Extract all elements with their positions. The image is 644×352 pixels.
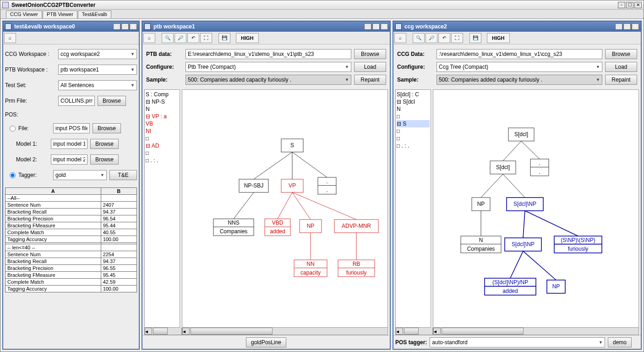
high-button[interactable]: HIGH: [236, 33, 259, 43]
fit-icon[interactable]: ⛶: [200, 33, 212, 43]
svg-text:VP: VP: [289, 182, 296, 189]
ptb-canvas[interactable]: SNP-SBJVP..NNSCompaniesVBDaddedNPADVP-MN…: [182, 89, 388, 328]
prm-browse-button[interactable]: Browse: [98, 96, 126, 106]
ccg-canvas[interactable]: S[dcl]S[dcl]..NPS[dcl]\NPNCompaniesS[dcl…: [433, 89, 639, 328]
tree-outline-item[interactable]: □ . : .: [397, 142, 430, 149]
tree-outline-item[interactable]: □: [397, 113, 430, 120]
ccg-conf-select[interactable]: Ccg Tree (Compact)▼: [437, 62, 602, 72]
svg-line-40: [521, 141, 540, 159]
tree-outline-item[interactable]: ⊟ S: [397, 120, 430, 127]
save-icon[interactable]: 💾: [218, 33, 230, 43]
close-icon[interactable]: ✕: [634, 2, 642, 8]
panel-iconify-icon[interactable]: ▫: [113, 23, 120, 30]
panel-close-icon[interactable]: ✕: [130, 23, 137, 30]
ptb-load-button[interactable]: Load: [354, 62, 386, 72]
ccg-data-label: CCG Data:: [397, 51, 434, 57]
undo-icon[interactable]: ↶: [438, 33, 450, 43]
ptb-repaint-button[interactable]: Repaint: [354, 75, 386, 85]
table-cell: Bracketing Recall: [5, 258, 101, 265]
save-icon[interactable]: 💾: [469, 33, 481, 43]
ptb-ws-select[interactable]: ptb workspace1▼: [58, 65, 137, 75]
tree-outline-item[interactable]: ⊟ AD: [146, 142, 179, 149]
tree-outline-item[interactable]: NI: [146, 127, 179, 135]
maximize-icon[interactable]: ☐: [626, 2, 633, 8]
ptb-browse-button[interactable]: Browse: [354, 49, 386, 59]
model2-browse-button[interactable]: Browse: [90, 154, 119, 165]
prm-input[interactable]: [58, 96, 95, 106]
model2-input[interactable]: [51, 154, 87, 165]
ccg-repaint-button[interactable]: Repaint: [605, 75, 637, 85]
pos-file-radio[interactable]: [10, 126, 16, 132]
table-cell: Tagging Accuracy: [5, 286, 101, 292]
table-cell: Sentence Num: [5, 251, 101, 258]
svg-text:.: .: [539, 169, 540, 175]
tab-ptb-viewer[interactable]: PTB Viewer: [43, 11, 77, 18]
tagger-select[interactable]: gold▼: [53, 170, 107, 180]
iconify-icon[interactable]: ▫: [364, 23, 371, 30]
ccg-load-button[interactable]: Load: [605, 62, 637, 72]
scrollbar[interactable]: ◂: [433, 328, 639, 335]
model1-input[interactable]: [51, 139, 87, 149]
ccg-tree-outline[interactable]: S[dcl] : C⊟ S[dcl N □⊟ S □ □□ . : .: [395, 89, 431, 328]
max-icon[interactable]: ☐: [623, 23, 631, 30]
goldposline-button[interactable]: goldPosLine: [246, 337, 286, 347]
tree-outline-item[interactable]: □: [146, 149, 179, 157]
tree-outline-item[interactable]: S[dcl] : C: [397, 91, 430, 98]
undo-icon[interactable]: ↶: [187, 33, 199, 43]
home-icon[interactable]: ⌂: [4, 33, 16, 43]
tab-test-evalb[interactable]: Test&Evalb: [78, 11, 111, 18]
tree-outline-item[interactable]: ⊟ S[dcl: [397, 98, 430, 105]
ccg-browse-button[interactable]: Browse: [605, 49, 637, 59]
home-icon[interactable]: ⌂: [394, 33, 406, 43]
close-icon[interactable]: ✕: [381, 23, 388, 30]
zoom-out-icon[interactable]: 🔎: [426, 33, 437, 43]
zoom-in-icon[interactable]: 🔍: [413, 33, 425, 43]
tree-outline-item[interactable]: N: [146, 105, 179, 113]
iconify-icon[interactable]: ▫: [615, 23, 622, 30]
table-cell: 100.00: [101, 236, 136, 243]
scrollbar[interactable]: ◂: [395, 328, 433, 335]
tree-outline-item[interactable]: N: [397, 105, 430, 113]
max-icon[interactable]: ☐: [372, 23, 380, 30]
ccg-data-input[interactable]: [437, 49, 602, 59]
table-cell: -- len<=40 --: [5, 244, 101, 251]
svg-text:NP: NP: [552, 283, 560, 290]
ccg-ws-select[interactable]: ccg workspace2▼: [58, 49, 137, 59]
tree-outline-item[interactable]: □ . : .: [146, 157, 179, 164]
tab-ccg-viewer[interactable]: CCG Viewer: [6, 11, 42, 18]
scrollbar[interactable]: ◂: [144, 328, 182, 335]
home-icon[interactable]: ⌂: [143, 33, 155, 43]
pos-tagger-select[interactable]: auto-standford▼: [430, 337, 605, 347]
ptb-conf-select[interactable]: Ptb Tree (Compact)▼: [186, 62, 351, 72]
table-cell: Bracketing Precision: [5, 215, 101, 222]
demo-button[interactable]: demo: [608, 337, 632, 347]
ccg-sample-select[interactable]: 500: Companies added capacity furiously …: [437, 75, 602, 85]
table-cell: 2407: [101, 202, 136, 209]
tree-outline-item[interactable]: ⊟ NP-S: [146, 98, 179, 105]
fit-icon[interactable]: ⛶: [451, 33, 463, 43]
scrollbar[interactable]: ◂: [182, 328, 388, 335]
panel-max-icon[interactable]: ☐: [121, 23, 129, 30]
tree-outline-item[interactable]: VB: [146, 120, 179, 127]
pos-tagger-radio[interactable]: [10, 172, 16, 178]
tree-outline-item[interactable]: S : Comp: [146, 91, 179, 98]
high-button[interactable]: HIGH: [487, 33, 510, 43]
tree-outline-item[interactable]: □: [397, 127, 430, 135]
testset-select[interactable]: All Sentences▼: [58, 80, 137, 90]
tree-outline-item[interactable]: □: [397, 135, 430, 142]
svg-text:added: added: [270, 228, 285, 235]
iconify-icon[interactable]: ▫: [618, 2, 625, 8]
tree-outline-item[interactable]: ⊟ VP : a: [146, 113, 179, 120]
zoom-in-icon[interactable]: 🔍: [162, 33, 174, 43]
zoom-out-icon[interactable]: 🔎: [175, 33, 186, 43]
pos-file-input[interactable]: [53, 123, 90, 133]
ptb-sample-select[interactable]: 500: Companies added capacity furiously …: [186, 75, 351, 85]
ptb-tree-outline[interactable]: S : Comp⊟ NP-S N⊟ VP : a VB NI □⊟ AD □□ …: [144, 89, 180, 328]
close-icon[interactable]: ✕: [632, 23, 639, 30]
ptb-data-input[interactable]: [186, 49, 351, 59]
tree-outline-item[interactable]: □: [146, 135, 179, 142]
model1-browse-button[interactable]: Browse: [90, 139, 119, 149]
pos-file-browse-button[interactable]: Browse: [93, 123, 121, 133]
te-button[interactable]: T&E: [109, 170, 137, 180]
svg-line-45: [525, 211, 578, 236]
